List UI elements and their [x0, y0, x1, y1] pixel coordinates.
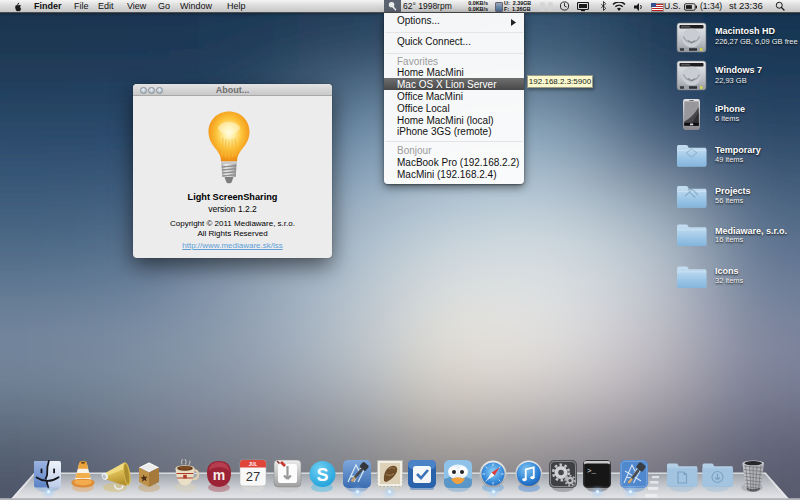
svg-text:27: 27	[246, 469, 260, 484]
svg-text:m: m	[213, 467, 225, 483]
svg-text:JUL: JUL	[249, 462, 258, 467]
svg-text:>_: >_	[587, 467, 597, 475]
svg-text:S: S	[316, 465, 328, 485]
